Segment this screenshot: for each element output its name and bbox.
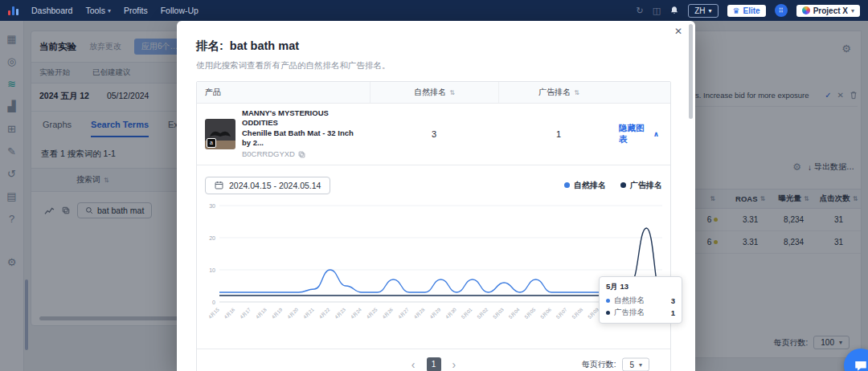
date-range-value: 2024.04.15 - 2024.05.14 [229,181,321,190]
col-organic-rank[interactable]: 自然排名⇅ [370,82,498,103]
project-color-icon [802,6,810,14]
nav-item-tools[interactable]: Tools▾ [85,6,111,15]
prev-page-icon[interactable]: ‹ [411,358,416,371]
brand-logo-icon[interactable] [8,6,18,15]
close-icon[interactable]: ✕ [674,26,682,37]
panels-icon[interactable]: ◫ [653,6,661,16]
svg-text:4月29: 4月29 [429,307,443,320]
chevron-down-icon: ▾ [851,7,854,14]
tooltip-dot-ad [606,311,610,315]
product-asin: B0CRRDGYXD [242,149,295,159]
svg-text:5月06: 5月06 [539,307,553,320]
nav-item-profits[interactable]: Profits [124,6,148,15]
plan-badge[interactable]: ♛Elite [727,5,766,17]
tooltip-dot-organic [606,299,610,303]
rows-per-page-label: 每页行数: [582,359,616,370]
hide-chart-label: 隐藏图表 [619,123,650,145]
tooltip-ad-value: 1 [671,308,675,317]
svg-text:30: 30 [209,202,215,208]
col-actions [619,82,670,103]
chevron-down-icon: ▾ [108,7,111,14]
tooltip-date: 5月 13 [606,282,675,292]
svg-text:5月01: 5月01 [461,307,474,320]
svg-text:4月22: 4月22 [318,307,332,320]
copy-icon[interactable] [298,151,305,158]
ranking-table: 产品 自然排名⇅ 广告排名⇅ a MANNY's MYSTERIOUS ODDI… [196,81,671,371]
refresh-icon[interactable]: ↻ [637,6,644,16]
svg-text:4月23: 4月23 [334,307,348,320]
app-launcher-icon[interactable]: ⠿ [775,4,788,17]
svg-text:4月30: 4月30 [444,307,458,320]
tooltip-organic-value: 3 [671,296,675,305]
svg-text:4月28: 4月28 [413,307,427,320]
bell-icon[interactable] [669,6,679,15]
nav-label: Follow-Up [161,6,199,15]
svg-text:4月18: 4月18 [255,307,268,320]
svg-text:5月05: 5月05 [524,307,538,320]
sort-icon: ⇅ [449,89,455,96]
legend-ad-label: 广告排名 [630,180,662,191]
svg-text:4月16: 4月16 [223,307,237,320]
svg-text:4月27: 4月27 [397,307,411,320]
chart-tooltip: 5月 13 自然排名3 广告排名1 [599,276,682,324]
svg-text:4月20: 4月20 [287,307,301,320]
svg-text:4月25: 4月25 [366,307,379,320]
language-label: ZH [694,6,705,15]
next-page-icon[interactable]: › [452,358,457,371]
rows-per-page-value: 5 [629,360,634,369]
tooltip-organic-label: 自然排名 [614,296,645,306]
product-title-line2[interactable]: Chenille Bat Bath Mat - 32 Inch by 2... [242,128,362,149]
top-nav: Dashboard Tools▾ Profits Follow-Up ↻ ◫ Z… [0,0,868,21]
legend-organic-label: 自然排名 [574,180,606,191]
nav-item-follow-up[interactable]: Follow-Up [161,6,199,15]
chevron-down-icon: ▾ [709,7,712,14]
tooltip-ad-label: 广告排名 [614,308,645,318]
svg-text:5月07: 5月07 [555,307,569,320]
project-label: Project X [813,6,848,15]
apps-glyph: ⠿ [779,7,784,14]
svg-text:4月21: 4月21 [302,307,316,320]
hide-chart-link[interactable]: 隐藏图表 ∧ [619,123,670,145]
language-selector[interactable]: ZH▾ [688,4,718,18]
rows-per-page-select[interactable]: 5 ▾ [622,357,649,371]
app-window: Dashboard Tools▾ Profits Follow-Up ↻ ◫ Z… [0,0,868,371]
legend-dot-ad [620,182,626,188]
rank-chart-area[interactable]: 01020304月154月164月174月184月194月204月214月224… [199,199,669,342]
svg-text:4月26: 4月26 [382,307,395,320]
ranking-modal: ✕ 排名: bat bath mat 使用此搜索词查看所有产品的自然排名和广告排… [177,21,695,371]
sort-icon: ⇅ [574,89,579,96]
svg-text:5月03: 5月03 [492,307,506,320]
product-row: a MANNY's MYSTERIOUS ODDITIES Chenille B… [197,104,670,165]
modal-subtitle: 使用此搜索词查看所有产品的自然排名和广告排名。 [196,60,671,71]
col-product: 产品 [197,82,370,103]
col-ad-rank[interactable]: 广告排名⇅ [498,82,619,103]
modal-pagination: ‹ 1 › 每页行数: 5 ▾ [197,349,670,371]
legend-ad[interactable]: 广告排名 [620,180,662,191]
calendar-icon [215,181,223,190]
modal-title-keyword: bat bath mat [230,39,299,52]
chevron-up-icon: ∧ [653,130,659,138]
ad-rank-value: 1 [498,129,619,139]
nav-item-dashboard[interactable]: Dashboard [31,6,72,15]
plan-label: Elite [743,6,760,15]
chevron-down-icon: ▾ [639,361,642,368]
modal-scrollbar[interactable] [689,24,693,119]
date-range-picker[interactable]: 2024.04.15 - 2024.05.14 [205,177,330,194]
svg-text:5月02: 5月02 [477,307,490,320]
legend-organic[interactable]: 自然排名 [564,180,606,191]
nav-label: Tools [85,6,105,15]
svg-text:4月15: 4月15 [207,307,221,320]
product-thumbnail: a [205,119,235,149]
current-page[interactable]: 1 [427,357,441,371]
legend-dot-organic [564,182,570,188]
svg-text:0: 0 [212,299,215,304]
svg-text:10: 10 [209,267,215,272]
organic-rank-value: 3 [370,129,498,139]
chart-section: 2024.04.15 - 2024.05.14 自然排名 广告排名 010203… [197,165,670,349]
svg-text:4月24: 4月24 [350,307,363,320]
product-title-line1[interactable]: MANNY's MYSTERIOUS ODDITIES [242,108,362,128]
svg-text:4月19: 4月19 [271,307,285,320]
modal-title-prefix: 排名: [196,39,223,54]
nav-label: Dashboard [31,6,72,15]
project-selector[interactable]: Project X▾ [796,5,860,17]
